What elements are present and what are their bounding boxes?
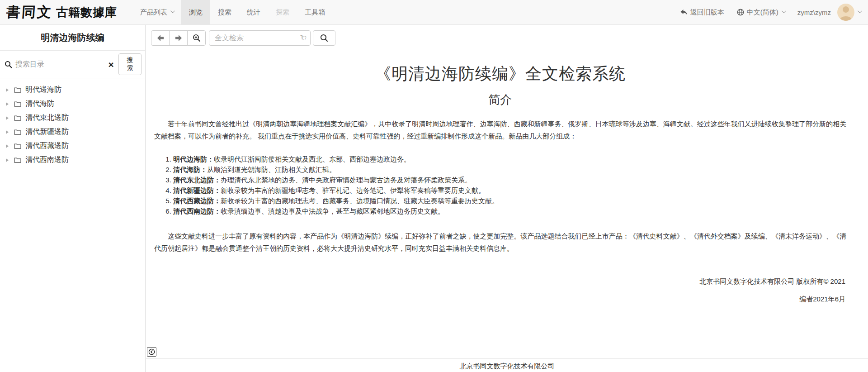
intro-paragraph: 若干年前书同文曾经推出过《明清两朝边塞海疆地理档案文献汇编》，其中收录了明清时周… <box>154 118 846 142</box>
section-list: 明代边海防：收录明代江浙闽防倭相关文献及西北、东部、西部边塞边政边务。 清代海防… <box>173 154 846 216</box>
section-text: 办理清代东北禁地的边务、清中央政府审慎处理与蒙古边务及对藩务怀柔政策关系。 <box>221 176 472 184</box>
toc-search-button[interactable]: 搜索 <box>118 53 142 75</box>
fulltext-search-field: ☜ <box>209 30 311 46</box>
toc-search-bar: × 搜索 <box>0 51 145 78</box>
toc-tree: 明代邊海防 清代海防 清代東北邊防 清代新疆邊防 <box>0 78 145 167</box>
tree-node-label: 清代西南邊防 <box>25 155 69 165</box>
caret-right-icon[interactable] <box>6 116 9 120</box>
search-icon <box>5 61 12 68</box>
document-body: 《明清边海防续编》全文检索系统 简介 若干年前书同文曾经推出过《明清两朝边塞海疆… <box>146 63 868 305</box>
avatar-head-shape <box>843 6 849 13</box>
language-switcher[interactable]: 中文(简体) <box>737 8 785 17</box>
language-label: 中文(简体) <box>747 8 778 17</box>
page-subtitle: 简介 <box>154 92 846 108</box>
toc-search-input[interactable] <box>15 60 106 68</box>
forward-arrow-icon <box>175 34 183 42</box>
editor-note: 编者2021年6月 <box>154 293 845 305</box>
caret-right-icon[interactable] <box>6 102 9 106</box>
section-text: 从顺治到道光朝海防、江防相关文献汇辑。 <box>207 166 336 173</box>
list-item: 清代西藏边防：新收录较为丰富的西藏地理志考、西藏事务、边境隘口情况、驻藏大臣奏稿… <box>173 196 846 206</box>
folder-icon <box>14 101 21 107</box>
copyright-line: 北京书同文数字化技术有限公司 版权所有© 2021 <box>154 275 845 287</box>
app-logo[interactable]: 書同文 古籍數據庫 <box>0 0 126 24</box>
menu-item-explore: 探索 <box>268 0 297 24</box>
forward-button[interactable] <box>169 30 188 46</box>
caret-right-icon[interactable] <box>6 130 9 134</box>
return-arrow-icon <box>680 9 688 16</box>
tree-node-qing-xinjiang-border[interactable]: 清代新疆邊防 <box>0 125 145 139</box>
tree-node-qing-sea-defense[interactable]: 清代海防 <box>0 97 145 111</box>
menu-item-browse[interactable]: 浏览 <box>181 0 210 24</box>
chevron-down-icon <box>858 9 862 13</box>
folder-icon <box>14 115 21 121</box>
section-text: 新收录较为丰富的西藏地理志考、西藏事务、边境隘口情况、驻藏大臣奏稿等重要历史文献… <box>221 197 499 205</box>
caret-right-icon[interactable] <box>6 158 9 162</box>
menu-item-search[interactable]: 搜索 <box>210 0 239 24</box>
avatar[interactable] <box>837 4 854 21</box>
tree-node-label: 明代邊海防 <box>25 85 61 95</box>
menu-item-product-list[interactable]: 产品列表 <box>132 0 181 24</box>
tree-node-qing-southwest-border[interactable]: 清代西南邊防 <box>0 153 145 167</box>
main-panel: ☜ 《明清边海防续编》全文检索系统 简介 若干年前书同文曾经推出过《明清两朝边塞… <box>146 25 868 372</box>
back-button[interactable] <box>151 30 170 46</box>
username-label: zymz\zymz <box>797 9 831 16</box>
collection-title: 明清边海防续编 <box>0 25 145 51</box>
section-label: 明代边海防： <box>173 155 214 163</box>
sidebar: 明清边海防续编 × 搜索 明代邊海防 清代海防 <box>0 25 146 372</box>
tree-node-qing-northeast-border[interactable]: 清代東北邊防 <box>0 111 145 125</box>
chevron-down-icon <box>782 9 786 13</box>
search-icon <box>320 34 328 42</box>
list-item: 清代东北边防：办理清代东北禁地的边务、清中央政府审慎处理与蒙古边务及对藩务怀柔政… <box>173 175 846 185</box>
zoom-button[interactable] <box>187 30 206 46</box>
section-label: 清代西南边防： <box>173 207 221 215</box>
fulltext-search-input[interactable] <box>209 30 311 46</box>
menu-item-label: 工具箱 <box>305 8 325 17</box>
globe-icon <box>737 9 744 16</box>
section-label: 清代新疆边防： <box>173 186 221 194</box>
menu-item-label: 产品列表 <box>140 8 167 17</box>
list-item: 清代新疆边防：新收录较为丰富的新疆地理志考、驻军札记、边务笔记、伊犁将军奏稿等重… <box>173 185 846 196</box>
tree-node-label: 清代東北邊防 <box>25 113 69 123</box>
section-label: 清代海防： <box>173 166 207 173</box>
tree-node-label: 清代海防 <box>25 99 54 109</box>
menu-item-statistics[interactable]: 统计 <box>239 0 268 24</box>
main-menu: 产品列表 浏览 搜索 统计 探索 工具箱 <box>132 0 333 24</box>
collapse-circle-arrow-icon <box>148 348 156 356</box>
menu-item-label: 探索 <box>276 8 289 17</box>
tree-node-label: 清代西藏邊防 <box>25 141 69 151</box>
menu-item-toolbox[interactable]: 工具箱 <box>297 0 333 24</box>
history-button-group <box>151 30 206 46</box>
top-navbar: 書同文 古籍數據庫 产品列表 浏览 搜索 统计 探索 工具箱 <box>0 0 868 25</box>
caret-right-icon[interactable] <box>6 144 9 148</box>
folder-icon <box>14 129 21 135</box>
return-old-version-link[interactable]: 返回旧版本 <box>680 8 724 17</box>
menu-item-label: 浏览 <box>189 8 203 17</box>
section-text: 收录滇缅边事、滇越边事及中法战争，甚至与藏区紧邻地区边务历史文献。 <box>221 207 444 215</box>
section-text: 新收录较为丰富的新疆地理志考、驻军札记、边务笔记、伊犁将军奏稿等重要历史文献。 <box>221 186 485 194</box>
folder-icon <box>14 87 21 93</box>
closing-paragraph: 这些文献史料进一步丰富了原有资料的内容，本产品作为《明清边海防》续编，正好弥补了… <box>154 230 846 254</box>
list-item: 明代边海防：收录明代江浙闽防倭相关文献及西北、东部、西部边塞边政边务。 <box>173 154 846 164</box>
user-menu[interactable]: zymz\zymz <box>797 4 861 21</box>
section-text: 收录明代江浙闽防倭相关文献及西北、东部、西部边塞边政边务。 <box>214 155 410 163</box>
avatar-body-shape <box>840 16 852 21</box>
folder-icon <box>14 157 21 163</box>
sidebar-collapse-button[interactable] <box>147 347 156 357</box>
tree-node-ming-border-sea-defense[interactable]: 明代邊海防 <box>0 83 145 97</box>
footer-company-name: 北京书同文数字化技术有限公司 <box>460 362 555 370</box>
section-label: 清代西藏边防： <box>173 197 221 205</box>
zoom-in-icon <box>193 34 201 42</box>
list-item: 清代海防：从顺治到道光朝海防、江防相关文献汇辑。 <box>173 164 846 175</box>
menu-item-label: 统计 <box>247 8 260 17</box>
logo-suffix-text: 古籍數據庫 <box>56 5 117 20</box>
list-item: 清代西南边防：收录滇缅边事、滇越边事及中法战争，甚至与藏区紧邻地区边务历史文献。 <box>173 206 846 216</box>
caret-right-icon[interactable] <box>6 88 9 92</box>
tree-node-label: 清代新疆邊防 <box>25 127 69 137</box>
page-title: 《明清边海防续编》全文检索系统 <box>154 63 846 85</box>
fulltext-search-button[interactable] <box>313 30 335 46</box>
return-old-version-label: 返回旧版本 <box>690 8 724 17</box>
folder-icon <box>14 143 21 149</box>
tree-node-qing-tibet-border[interactable]: 清代西藏邊防 <box>0 139 145 153</box>
clear-icon[interactable]: × <box>108 60 113 69</box>
footer: 北京书同文数字化技术有限公司 <box>146 358 868 372</box>
